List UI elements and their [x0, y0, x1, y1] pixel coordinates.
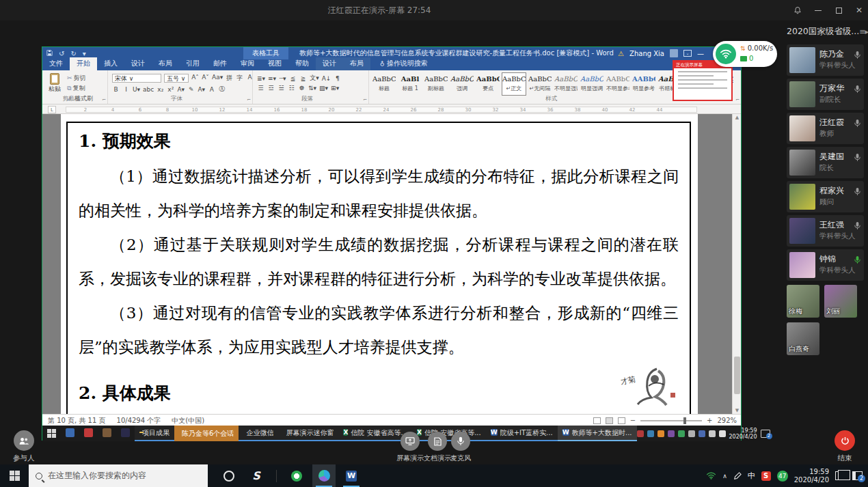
tray-icon[interactable] [678, 430, 685, 437]
tray-expand-icon[interactable]: ∧ [722, 473, 727, 479]
participant-card[interactable]: 汪红霞 教师 [787, 113, 864, 144]
mic-icon[interactable] [854, 220, 860, 233]
tell-me-search[interactable]: ♀ 操作说明搜索 [380, 59, 428, 70]
ribbon-tab[interactable]: 视图 [261, 57, 288, 70]
zoom-in-button[interactable]: + [707, 417, 712, 424]
word-count[interactable]: 10/4294 个字 [117, 416, 161, 426]
phonetic-guide-icon[interactable]: 拼 [226, 74, 233, 83]
network-speed-widget[interactable]: ⇅ 0.00K/s 0 [713, 41, 777, 67]
table-cell[interactable]: 1. 预期效果 （1）通过数据统计描述分析，可以得到学生成绩的分布特征，据此分析… [66, 122, 691, 414]
subscript-icon[interactable]: x₂ [157, 86, 164, 93]
numbering-icon[interactable]: ≡▾ [268, 75, 276, 82]
cortana-button[interactable] [217, 464, 241, 487]
horizontal-ruler[interactable]: L 24681012141618202224262830323436384042… [42, 105, 741, 114]
ribbon-display-options-icon[interactable]: ⌄ [683, 50, 692, 57]
taskbar-item[interactable]: W 教师等+大数据时... [558, 426, 637, 441]
style-gallery-item[interactable]: AaBbCcDc 不明显强调 [554, 72, 578, 96]
project-displays-icon[interactable] [835, 471, 846, 480]
scrollbar-thumb[interactable] [734, 357, 740, 394]
font-color-icon[interactable]: A▾ [198, 86, 205, 93]
borders-icon[interactable]: ⊞▾ [331, 85, 339, 92]
paragraph-dialog-launcher[interactable]: ⌐ [363, 97, 367, 102]
style-gallery-item[interactable]: AaBbC 副标题 [424, 72, 448, 96]
style-gallery-item[interactable]: AaBbCcD 明显强调 [580, 72, 604, 96]
participant-card[interactable]: 万家华 副院长 [787, 79, 864, 110]
page-indicator[interactable]: 第 10 页, 共 11 页 [48, 416, 106, 426]
taskbar-item[interactable]: 项目成果 [135, 426, 174, 441]
remote-action-center-icon[interactable]: 2 [761, 430, 770, 438]
mic-icon[interactable] [854, 117, 860, 130]
redo-icon[interactable]: ↻ [70, 50, 76, 57]
ribbon-tab[interactable]: 引用 [179, 57, 206, 70]
taskbar-item[interactable]: 企业微信 [239, 426, 278, 441]
security-score-badge[interactable]: 47 [777, 471, 788, 482]
participant-card[interactable]: 钟锦 学科带头人 [787, 249, 864, 281]
paste-button[interactable]: 粘贴 [46, 73, 64, 94]
video-thumbnail[interactable]: 徐梅 [787, 285, 819, 318]
char-border-icon[interactable]: 字 [236, 74, 243, 83]
video-thumbnail[interactable]: 刘丽 [824, 285, 857, 318]
participant-card[interactable]: 王红强 学科带头人 [787, 215, 864, 247]
tray-icon[interactable] [647, 430, 654, 437]
ribbon-tab[interactable]: 帮助 [288, 57, 316, 70]
word-minimize-button[interactable]: — [697, 50, 704, 57]
participant-card[interactable]: 陈乃金 学科带头人 [787, 44, 864, 76]
ribbon-tab[interactable]: 审阅 [234, 57, 261, 70]
meeting-app-button[interactable] [312, 464, 336, 487]
tray-icon[interactable] [688, 430, 695, 437]
green-app-button[interactable] [285, 464, 308, 487]
context-ribbon-tab[interactable]: 设计 [316, 57, 343, 70]
zoom-slider[interactable] [640, 420, 702, 421]
style-gallery-item[interactable]: AABbCcD 不明显参考 [606, 72, 630, 96]
scroll-up-icon[interactable]: ▲ [733, 115, 741, 120]
close-button[interactable]: ✕ [854, 5, 864, 15]
s-app-button[interactable]: S [245, 464, 268, 487]
line-spacing-icon[interactable]: ⇅▾ [308, 85, 316, 92]
style-gallery-item[interactable]: AaBbCcD 强调 [450, 72, 474, 96]
taskbar-clock[interactable]: 19:59 2020/4/20 [794, 468, 829, 484]
ribbon-tab[interactable]: 邮件 [206, 57, 234, 70]
pen-icon[interactable] [733, 472, 742, 480]
style-gallery-item[interactable]: AaBbCcD 要点 [476, 72, 500, 96]
context-ribbon-tab[interactable]: 布局 [343, 57, 370, 70]
shrink-font-icon[interactable]: A˅ [202, 74, 209, 83]
doc-share-button[interactable]: 文档演示 [424, 432, 451, 463]
decrease-indent-icon[interactable]: ≦ [289, 75, 297, 82]
highlight-icon[interactable]: ✎ [187, 86, 195, 93]
save-icon[interactable] [46, 50, 53, 57]
taskbar-search-box[interactable]: 在这里输入你要搜索的内容 [29, 464, 208, 487]
vertical-scrollbar[interactable]: ▲ ▼ [732, 114, 741, 414]
styles-dialog-launcher[interactable]: ⌐ [735, 97, 740, 102]
enclose-icon[interactable]: Ⓐ [218, 85, 226, 94]
microphone-button[interactable]: 麦克风 [450, 432, 471, 463]
taskbar-item[interactable] [61, 426, 79, 441]
mic-icon[interactable] [854, 152, 860, 165]
ribbon-tab[interactable]: 设计 [124, 57, 152, 70]
taskbar-item[interactable]: 陈乃金等6个会话 [174, 426, 239, 441]
tab-selector-icon[interactable]: L [48, 106, 56, 113]
print-layout-icon[interactable] [606, 417, 613, 424]
copy-button[interactable]: ⧉复制 [67, 84, 93, 93]
scroll-down-icon[interactable]: ▼ [733, 408, 741, 413]
account-avatar[interactable] [670, 49, 678, 57]
align-right-icon[interactable]: ☱ [277, 85, 285, 92]
multilevel-list-icon[interactable]: ┄▾ [279, 75, 286, 82]
ribbon-tab[interactable]: 文件 [42, 57, 70, 70]
sogou-icon[interactable]: S [761, 471, 771, 481]
style-gallery-item[interactable]: AaBbCcDc ↵无间隔 [528, 72, 552, 96]
language-indicator[interactable]: 中文(中国) [172, 416, 204, 426]
tray-wifi-icon[interactable] [706, 472, 716, 479]
font-size-select[interactable]: 五号 ∨ [164, 74, 189, 83]
tray-icon[interactable] [709, 430, 716, 437]
taskbar-item[interactable]: W 院级+IT蓝桥实... [486, 426, 558, 441]
end-meeting-button[interactable]: 结束 [835, 430, 855, 463]
account-name[interactable]: Zhang Xia [629, 50, 664, 57]
participants-button[interactable]: 参与人 [13, 430, 35, 463]
tray-icon[interactable] [668, 430, 675, 437]
video-thumbnail[interactable]: 白燕奇 [787, 322, 819, 355]
bullets-icon[interactable]: ≣▾ [257, 75, 265, 82]
action-center-icon[interactable]: 2 [852, 471, 863, 480]
bold-icon[interactable]: B [112, 86, 120, 93]
tray-icon[interactable] [657, 430, 664, 437]
font-family-select[interactable]: 宋体 ∨ [112, 74, 161, 83]
